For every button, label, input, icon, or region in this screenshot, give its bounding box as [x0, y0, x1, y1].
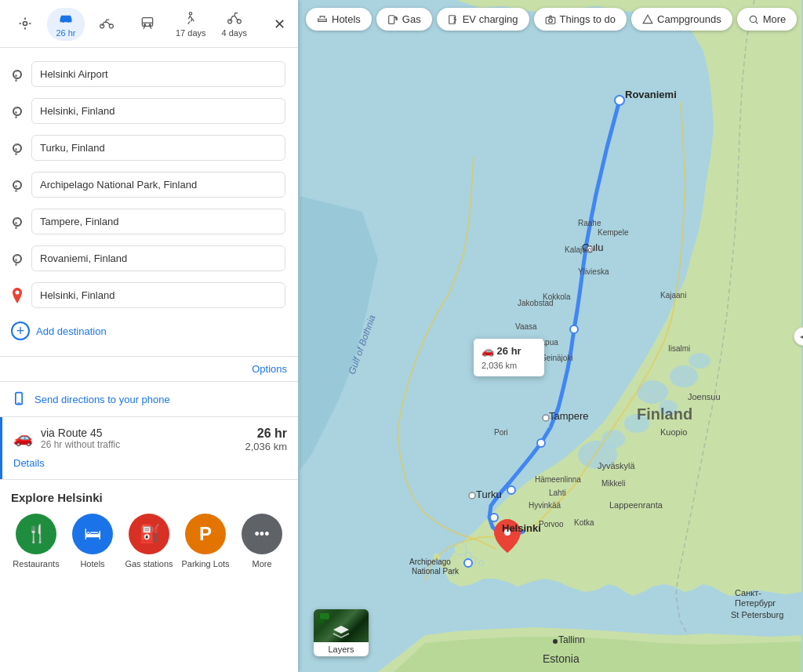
svg-point-24	[570, 325, 578, 333]
route-distance: 2,036 km	[245, 441, 287, 452]
waypoint-row-5	[0, 203, 298, 240]
waypoint-circle-4	[13, 180, 22, 190]
filter-bar: Hotels Gas EV charging Things to do	[306, 8, 795, 31]
waypoint-input-4[interactable]	[31, 172, 285, 198]
explore-section: Explore Helsinki 🍴 Restaurants 🛏 Hotels …	[0, 479, 298, 579]
svg-text:Lahti: Lahti	[549, 489, 566, 497]
explore-item-parking[interactable]: P Parking Lots	[180, 514, 231, 568]
svg-point-6	[190, 13, 192, 15]
filter-things[interactable]: Things to do	[534, 8, 627, 31]
waypoint-circle-6	[13, 254, 22, 263]
svg-point-34	[479, 561, 484, 565]
route-info: via Route 45 26 hr without traffic	[41, 427, 238, 450]
waypoint-row-1	[0, 56, 298, 93]
explore-items: 🍴 Restaurants 🛏 Hotels ⛽ Gas stations P …	[11, 514, 287, 568]
details-button[interactable]: Details	[13, 452, 45, 469]
svg-text:Hämeenlinna: Hämeenlinna	[535, 475, 581, 484]
campground-icon	[642, 14, 653, 25]
svg-text:Iisalmi: Iisalmi	[668, 344, 690, 353]
svg-text:Vaasa: Vaasa	[515, 322, 537, 331]
waypoint-input-1[interactable]	[31, 61, 285, 87]
waypoint-input-3[interactable]	[31, 135, 285, 161]
left-panel: 26 hr 17 days	[0, 0, 298, 672]
svg-point-48	[553, 639, 558, 644]
route-time: 26 hr	[245, 427, 287, 441]
svg-text:Tampere: Tampere	[549, 410, 589, 422]
route-via: via Route 45	[41, 427, 238, 439]
waypoint-icon-6	[8, 254, 27, 263]
layers-label: Layers	[328, 642, 354, 656]
waypoint-row-2	[0, 93, 298, 129]
svg-point-43	[469, 492, 475, 499]
transport-mode-car[interactable]: 26 hr	[47, 8, 85, 41]
svg-point-4	[144, 24, 146, 26]
svg-text:Hyvinkää: Hyvinkää	[529, 501, 561, 510]
gas-station-icon	[387, 14, 398, 25]
walk-time: 17 days	[176, 28, 206, 38]
svg-text:Kotka: Kotka	[574, 518, 594, 527]
filter-ev[interactable]: EV charging	[437, 8, 529, 31]
svg-text:Петербург: Петербург	[735, 598, 776, 608]
ev-icon	[448, 14, 459, 25]
waypoint-icon-5	[8, 217, 27, 227]
more-icon: •••	[242, 514, 282, 554]
svg-text:Lappeenranta: Lappeenranta	[609, 500, 663, 510]
waypoint-input-7[interactable]	[31, 282, 285, 308]
filter-more[interactable]: More	[737, 8, 798, 31]
transport-mode-transit[interactable]	[129, 13, 166, 36]
waypoint-circle-3	[13, 143, 22, 153]
waypoint-input-6[interactable]	[31, 245, 285, 271]
svg-text:Archipelago: Archipelago	[409, 558, 451, 566]
options-row: Options	[0, 357, 298, 381]
map-area[interactable]: Hotels Gas EV charging Things to do	[298, 0, 803, 672]
layers-button[interactable]: Layers	[314, 609, 369, 656]
gas-icon: ⛽	[129, 514, 169, 554]
restaurants-label: Restaurants	[13, 559, 59, 568]
waypoint-icon-2	[8, 107, 27, 116]
explore-item-hotels[interactable]: 🛏 Hotels	[67, 514, 118, 568]
hotels-icon: 🛏	[72, 514, 113, 554]
route-header: 🚗 via Route 45 26 hr without traffic 26 …	[13, 427, 287, 452]
car-time: 26 hr	[56, 28, 75, 38]
explore-item-restaurants[interactable]: 🍴 Restaurants	[11, 514, 61, 568]
send-directions-label: Send directions to your phone	[35, 394, 170, 405]
explore-item-gas[interactable]: ⛽ Gas stations	[124, 514, 174, 568]
waypoint-row-4	[0, 166, 298, 203]
svg-text:Ylivieska: Ylivieska	[578, 267, 609, 276]
waypoint-circle-2	[13, 107, 22, 116]
add-destination[interactable]: + Add destination	[0, 314, 298, 348]
svg-point-26	[507, 486, 515, 494]
transport-mode-moto[interactable]	[88, 13, 125, 36]
explore-item-more[interactable]: ••• More	[237, 514, 287, 568]
restaurants-icon: 🍴	[16, 514, 56, 554]
waypoint-input-5[interactable]	[31, 209, 285, 234]
layers-preview	[314, 609, 369, 642]
svg-text:Tallinn: Tallinn	[558, 634, 585, 645]
waypoint-row-7	[0, 277, 298, 314]
filter-campgrounds[interactable]: Campgrounds	[631, 8, 732, 31]
camera-icon	[545, 14, 556, 25]
svg-text:Rovaniemi: Rovaniemi	[625, 89, 677, 100]
more-label: More	[252, 559, 271, 568]
map-svg: Rovaniemi Oulu Tampere Turku Helsinki Fi…	[298, 0, 803, 672]
svg-text:Raahe: Raahe	[578, 219, 601, 227]
search-icon	[748, 14, 759, 25]
waypoint-circle-1	[13, 70, 22, 79]
transport-mode-route[interactable]	[6, 13, 44, 36]
bed-icon	[317, 14, 328, 25]
route-no-traffic: 26 hr without traffic	[41, 439, 238, 450]
svg-text:Turku: Turku	[476, 489, 502, 500]
filter-hotels[interactable]: Hotels	[306, 8, 372, 31]
filter-gas[interactable]: Gas	[376, 8, 432, 31]
waypoint-input-2[interactable]	[31, 98, 285, 124]
transport-mode-bike[interactable]: 4 days	[216, 8, 253, 41]
svg-point-35	[464, 559, 472, 567]
svg-point-20	[670, 365, 698, 387]
close-button[interactable]: ✕	[267, 13, 292, 36]
svg-point-14	[750, 16, 756, 22]
send-directions[interactable]: Send directions to your phone	[0, 382, 298, 417]
options-button[interactable]: Options	[252, 363, 287, 375]
svg-text:National Park: National Park	[412, 567, 460, 576]
phone-icon	[11, 391, 27, 407]
transport-mode-walk[interactable]: 17 days	[169, 8, 213, 41]
